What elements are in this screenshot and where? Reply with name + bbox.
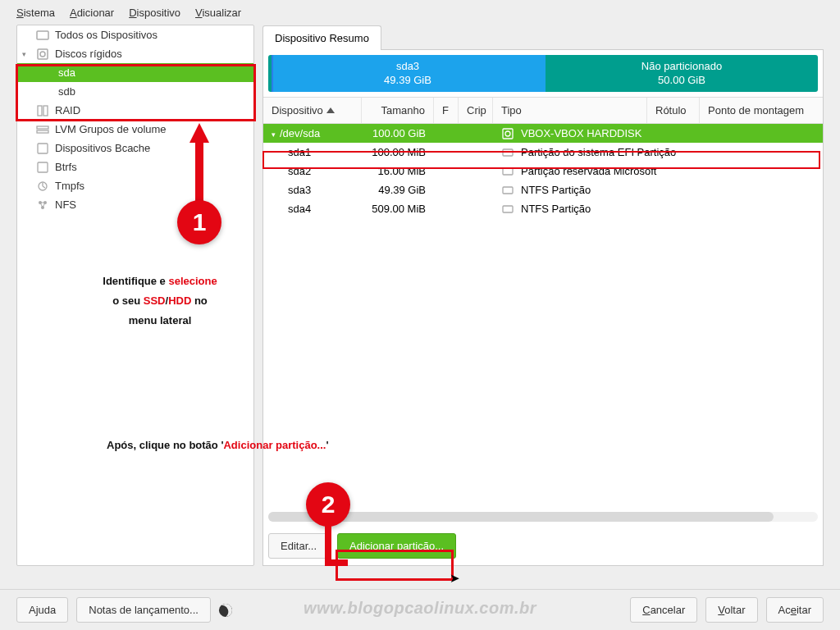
dark-mode-icon[interactable] (217, 601, 235, 619)
sidebar-btrfs[interactable]: Btrfs (17, 158, 253, 176)
svg-rect-8 (38, 162, 48, 172)
btrfs-icon (35, 160, 50, 175)
collapse-icon[interactable]: ▾ (22, 50, 30, 58)
menu-visualizar[interactable]: Visualizar (195, 7, 241, 19)
table-row[interactable]: sda3 49.39 GiB NTFS Partição (263, 180, 823, 199)
svg-rect-1 (38, 49, 48, 59)
bcache-icon (35, 141, 50, 156)
svg-rect-17 (503, 187, 513, 194)
seg-name: Não particionado (641, 60, 722, 74)
label: Todos os Dispositivos (55, 29, 158, 41)
label: Discos rígidos (55, 48, 122, 60)
label: LVM Grupos de volume (55, 123, 167, 135)
svg-rect-5 (37, 126, 48, 129)
add-partition-button[interactable]: Adicionar partição... (337, 533, 456, 559)
cursor-icon: ➤ (450, 571, 460, 586)
sidebar-nfs[interactable]: NFS (17, 195, 253, 214)
raid-icon (35, 103, 50, 118)
tab-device-summary[interactable]: Dispositivo Resumo (262, 25, 381, 50)
accept-button[interactable]: Aceitar (766, 597, 824, 623)
disk-usage-bar: sda3 49.39 GiB Não particionado 50.00 Gi… (268, 55, 818, 92)
sidebar-tmpfs[interactable]: Tmpfs (17, 176, 253, 195)
svg-rect-16 (503, 168, 513, 175)
device-tree[interactable]: Todos os Dispositivos ▾ Discos rígidos s… (16, 25, 254, 566)
svg-rect-18 (503, 206, 513, 212)
label: Dispositivos Bcache (55, 142, 150, 154)
scrollbar-thumb[interactable] (268, 512, 774, 522)
svg-rect-7 (38, 144, 48, 153)
sidebar-disk-sdb[interactable]: sdb (17, 82, 253, 101)
tmpfs-icon (35, 179, 50, 194)
seg-sda3: sda3 49.39 GiB (273, 55, 542, 92)
label: RAID (55, 104, 80, 116)
edit-button[interactable]: Editar... (268, 533, 329, 559)
col-mount[interactable]: Ponto de montagem (700, 98, 823, 123)
sidebar-lvm[interactable]: LVM Grupos de volume (17, 120, 253, 139)
wizard-footer: Ajuda Notas de lançamento... Cancelar Vo… (0, 589, 840, 630)
svg-rect-13 (503, 129, 513, 139)
help-button[interactable]: Ajuda (16, 597, 68, 623)
seg-name: sda3 (396, 60, 419, 74)
label: NFS (55, 199, 76, 211)
table-row[interactable]: sda4 509.00 MiB NTFS Partição (263, 199, 823, 218)
svg-rect-3 (38, 106, 42, 116)
partition-icon (501, 203, 518, 216)
svg-rect-0 (37, 31, 48, 39)
cancel-button[interactable]: Cancelar (630, 597, 697, 623)
col-size[interactable]: Tamanho (362, 98, 434, 123)
expand-icon[interactable]: ▾ (272, 130, 280, 139)
col-crip[interactable]: Crip (459, 98, 493, 123)
devices-icon (35, 28, 50, 43)
sidebar-hard-disks[interactable]: ▾ Discos rígidos (17, 44, 253, 63)
svg-rect-15 (503, 149, 513, 156)
seg-unpartitioned: Não particionado 50.00 GiB (546, 55, 818, 92)
label: Tmpfs (55, 180, 84, 192)
col-label[interactable]: Rótulo (647, 98, 700, 123)
menu-sistema[interactable]: SSistemaistema (16, 7, 55, 19)
back-button[interactable]: Voltar (705, 597, 757, 623)
label: sdb (58, 85, 75, 98)
lvm-icon (35, 122, 50, 137)
sidebar-all-devices[interactable]: Todos os Dispositivos (17, 25, 253, 44)
partition-table[interactable]: ▾/dev/sda 100.00 GiB VBOX-VBOX HARDDISK … (263, 124, 823, 509)
partition-icon (501, 165, 518, 178)
partition-icon (501, 184, 518, 197)
nfs-icon (35, 198, 50, 212)
release-notes-button[interactable]: Notas de lançamento... (76, 597, 211, 623)
col-f[interactable]: F (434, 98, 459, 123)
partition-icon (501, 146, 518, 159)
horizontal-scrollbar[interactable] (268, 512, 818, 522)
menu-adicionar[interactable]: Adicionar (70, 7, 114, 19)
hdd-icon (35, 47, 50, 62)
seg-size: 50.00 GiB (658, 74, 705, 88)
sidebar-raid[interactable]: RAID (17, 101, 253, 120)
table-header: Dispositivo Tamanho F Crip Tipo Rótulo P… (263, 97, 823, 124)
svg-point-14 (505, 131, 510, 136)
table-row[interactable]: ▾/dev/sda 100.00 GiB VBOX-VBOX HARDDISK (263, 124, 823, 143)
sort-asc-icon (326, 107, 335, 113)
device-summary-panel: sda3 49.39 GiB Não particionado 50.00 Gi… (262, 49, 824, 566)
col-device[interactable]: Dispositivo (263, 98, 362, 123)
svg-rect-4 (43, 106, 48, 116)
seg-size: 49.39 GiB (384, 74, 431, 88)
table-row[interactable]: sda2 16.00 MiB Partição reservada Micros… (263, 162, 823, 180)
menubar: SSistemaistema Adicionar Dispositivo Vis… (0, 0, 840, 25)
table-row[interactable]: sda1 100.00 MiB Partição do sistema EFI … (263, 143, 823, 162)
label: sda (58, 66, 75, 79)
menu-dispositivo[interactable]: Dispositivo (129, 7, 180, 19)
svg-rect-6 (37, 130, 48, 133)
sidebar-bcache[interactable]: Dispositivos Bcache (17, 139, 253, 158)
label: Btrfs (55, 161, 77, 173)
hdd-icon (501, 127, 518, 140)
col-type[interactable]: Tipo (493, 98, 647, 123)
svg-point-2 (40, 52, 45, 57)
tab-bar: Dispositivo Resumo (262, 25, 824, 49)
sidebar-disk-sda[interactable]: sda (17, 63, 253, 82)
